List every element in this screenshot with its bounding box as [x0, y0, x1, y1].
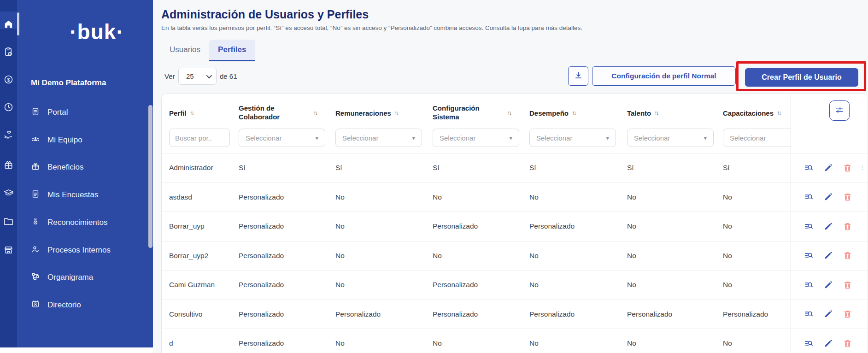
- detail-search-icon[interactable]: [804, 222, 814, 231]
- edit-pencil-icon[interactable]: [823, 192, 833, 202]
- delete-trash-icon[interactable]: [843, 251, 852, 260]
- caret-down-icon: ▾: [509, 135, 512, 141]
- download-icon: [574, 71, 583, 82]
- gift-icon[interactable]: [0, 154, 17, 175]
- sidebar-item-label: Organigrama: [47, 273, 93, 282]
- create-profile-button[interactable]: Crear Perfil de Usuario: [745, 68, 858, 87]
- sort-icon[interactable]: ↑↓: [654, 110, 658, 116]
- delete-trash-icon[interactable]: [843, 339, 852, 348]
- config-profile-button[interactable]: Configuración de perfil Normal: [592, 66, 736, 86]
- hand-heart-icon[interactable]: [0, 124, 17, 145]
- cell-perfil: asdasd: [169, 193, 239, 201]
- detail-search-icon[interactable]: [804, 251, 814, 260]
- buk-logo: ·buk·: [55, 19, 138, 44]
- delete-trash-icon[interactable]: [843, 280, 852, 290]
- table-row: asdasd Personalizado No No No No No: [162, 182, 868, 212]
- store-icon[interactable]: [0, 240, 17, 260]
- orgchart-icon: [31, 272, 40, 283]
- sidebar-item-procesos-internos[interactable]: Procesos Internos: [31, 241, 111, 259]
- download-button[interactable]: [568, 66, 588, 86]
- cell-perfil: Consultivo: [169, 310, 239, 318]
- filter-select-gestion[interactable]: Seleccionar▾: [239, 129, 325, 147]
- clock-icon[interactable]: [0, 97, 17, 117]
- edit-pencil-icon[interactable]: [823, 309, 833, 319]
- sidebar-item-label: Procesos Internos: [47, 246, 111, 255]
- graduation-icon[interactable]: [0, 182, 17, 203]
- sidebar-item-directorio[interactable]: Directorio: [31, 296, 81, 314]
- delete-trash-icon[interactable]: [843, 163, 852, 173]
- main-content: Administración de Usuarios y Perfiles En…: [153, 0, 868, 353]
- sidebar-item-mis-encuestas[interactable]: Mis Encuestas: [31, 186, 99, 204]
- sidebar-item-reconocimientos[interactable]: Reconocimientos: [31, 213, 107, 232]
- document-icon: [31, 107, 40, 118]
- id-badge-icon: [31, 300, 40, 311]
- coin-icon[interactable]: $: [0, 69, 17, 89]
- sidebar-item-label: Mi Equipo: [47, 135, 82, 145]
- sidebar-rail-scrollbar[interactable]: [17, 12, 19, 35]
- search-perfil-input[interactable]: [169, 129, 230, 147]
- edit-pencil-icon[interactable]: [823, 339, 833, 348]
- detail-search-icon[interactable]: [804, 309, 814, 319]
- sidebar-item-mi-equipo[interactable]: Mi Equipo: [31, 131, 82, 149]
- overflow-dots-icon[interactable]: ⋮: [860, 165, 865, 171]
- delete-trash-icon[interactable]: [843, 309, 852, 319]
- profiles-table: Perfil↑↓ Gestión de Colaborador↑↓ Remune…: [161, 94, 868, 353]
- detail-search-icon[interactable]: [804, 163, 814, 173]
- row-actions: [791, 212, 868, 241]
- table-body: Administrador Sí Sí Sí Sí Sí Sí asdasd P…: [162, 153, 868, 353]
- folder-icon[interactable]: [0, 211, 17, 231]
- sort-icon[interactable]: ↑↓: [313, 110, 317, 116]
- edit-pencil-icon[interactable]: [823, 163, 833, 173]
- gift-icon: [31, 162, 40, 173]
- sidebar-item-label: Portal: [47, 108, 68, 117]
- sort-icon[interactable]: ↑↓: [394, 110, 398, 116]
- medal-icon: [31, 217, 40, 228]
- sort-icon[interactable]: ↑↓: [507, 110, 511, 116]
- row-actions: ⋮: [791, 153, 868, 182]
- sidebar-item-portal[interactable]: Portal: [31, 103, 68, 122]
- filter-select-desempeno[interactable]: Seleccionar▾: [529, 129, 616, 147]
- row-actions: [791, 182, 868, 212]
- sidebar-item-label: Reconocimientos: [47, 218, 107, 227]
- cell-perfil: Borrar_uyp: [169, 222, 239, 230]
- table-row: Administrador Sí Sí Sí Sí Sí Sí: [162, 153, 868, 182]
- svg-text:$: $: [7, 76, 10, 82]
- page-subtitle: En la tabla verás los permisos por perfi…: [161, 24, 582, 31]
- sidebar-icon-rail: $: [0, 0, 17, 347]
- table-row: Borrar_uyp Personalizado No Personalizad…: [162, 212, 868, 241]
- column-header-remuneraciones: Remuneraciones↑↓: [335, 102, 433, 124]
- filter-select-configuracion[interactable]: Seleccionar▾: [433, 129, 519, 147]
- sidebar-scrollbar[interactable]: [148, 105, 152, 248]
- edit-pencil-icon[interactable]: [823, 280, 833, 290]
- cell-perfil: Administrador: [169, 164, 239, 172]
- home-icon[interactable]: [0, 14, 17, 34]
- delete-trash-icon[interactable]: [843, 222, 852, 231]
- tab-perfiles[interactable]: Perfiles: [209, 40, 255, 61]
- survey-icon: [31, 189, 40, 200]
- row-actions: [791, 241, 868, 271]
- caret-down-icon: ▾: [412, 135, 415, 141]
- table-filter-row: Seleccionar▾ Seleccionar▾ Seleccionar▾ S…: [162, 129, 868, 147]
- filter-select-remuneraciones[interactable]: Seleccionar▾: [335, 129, 422, 147]
- clipboard-clock-icon[interactable]: [0, 41, 17, 62]
- cell-perfil: d: [169, 339, 239, 347]
- table-row: Cami Guzman Personalizado No Personaliza…: [162, 270, 868, 300]
- sort-icon[interactable]: ↑↓: [190, 110, 194, 116]
- sidebar-item-beneficios[interactable]: Beneficios: [31, 158, 83, 176]
- edit-pencil-icon[interactable]: [823, 251, 833, 260]
- tab-usuarios[interactable]: Usuarios: [161, 40, 209, 61]
- detail-search-icon[interactable]: [804, 192, 814, 202]
- column-settings-button[interactable]: [829, 100, 850, 121]
- page-size-select[interactable]: 25: [178, 68, 217, 85]
- detail-search-icon[interactable]: [804, 280, 814, 290]
- sidebar-item-label: Beneficios: [47, 163, 83, 172]
- delete-trash-icon[interactable]: [843, 192, 852, 202]
- sidebar-item-organigrama[interactable]: Organigrama: [31, 268, 93, 287]
- edit-pencil-icon[interactable]: [823, 222, 833, 231]
- filter-select-talento[interactable]: Seleccionar▾: [627, 129, 714, 147]
- sort-icon[interactable]: ↑↓: [572, 110, 575, 116]
- sort-icon[interactable]: ↑↓: [777, 110, 780, 116]
- detail-search-icon[interactable]: [804, 339, 814, 348]
- column-settings-icon: [834, 105, 845, 117]
- page-title: Administración de Usuarios y Perfiles: [161, 8, 369, 21]
